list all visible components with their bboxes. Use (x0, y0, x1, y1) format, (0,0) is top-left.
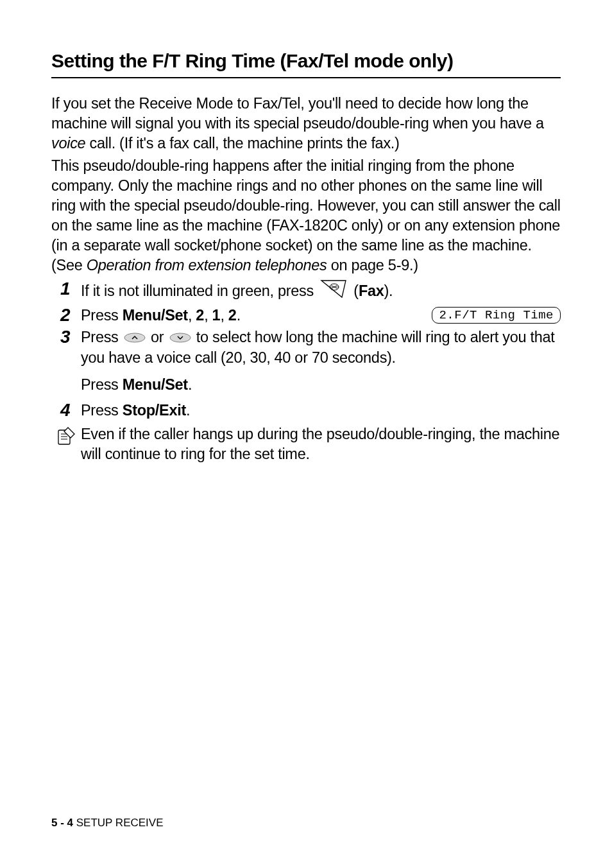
step2-menuset: Menu/Set (123, 307, 188, 324)
note-text: Even if the caller hangs up during the p… (81, 424, 561, 464)
footer-page-number: 5 - 4 (51, 817, 73, 829)
step2-n3: 2 (228, 307, 237, 324)
step-4-body: Press Stop/Exit. (81, 401, 561, 421)
intro-paragraph-1: If you set the Receive Mode to Fax/Tel, … (51, 94, 561, 153)
page-footer: 5 - 4 SETUP RECEIVE (51, 817, 163, 829)
step4-end: . (186, 402, 190, 419)
intro1-text-a: If you set the Receive Mode to Fax/Tel, … (51, 95, 544, 132)
intro1-italic: voice (51, 135, 85, 152)
page-heading: Setting the F/T Ring Time (Fax/Tel mode … (51, 50, 561, 78)
intro2-text-b: on page 5-9.) (327, 257, 418, 273)
step3-or: or (151, 329, 168, 345)
step1-fax-label: Fax (359, 282, 384, 299)
step2-n1: 2 (196, 307, 204, 324)
step1-text-a: If it is not illuminated in green, press (81, 282, 318, 299)
step2-press: Press (81, 307, 123, 324)
intro2-italic: Operation from extension telephones (87, 257, 327, 273)
step-number-3: 3 (51, 327, 81, 395)
down-arrow-icon (169, 328, 191, 349)
step2-end: . (237, 307, 241, 324)
steps-list: 1 If it is not illuminated in green, pre… (51, 279, 561, 421)
step-1-body: If it is not illuminated in green, press… (81, 279, 561, 304)
step-3-body: Press or to select how long the machine … (81, 327, 561, 395)
step4-press: Press (81, 402, 123, 419)
footer-section: SETUP RECEIVE (73, 817, 163, 829)
step2-sep1: , (188, 307, 196, 324)
step-number-2: 2 (51, 306, 81, 326)
step2-sep2: , (204, 307, 212, 324)
step3-menuset: Menu/Set (123, 376, 188, 393)
up-arrow-icon (124, 328, 146, 349)
step-number-4: 4 (51, 401, 81, 421)
step-1: 1 If it is not illuminated in green, pre… (51, 279, 561, 304)
note-icon (51, 424, 81, 448)
step3-sub: Press Menu/Set. (81, 375, 561, 395)
note-row: Even if the caller hangs up during the p… (51, 424, 561, 464)
step-number-1: 1 (51, 279, 81, 304)
lcd-display: 2.F/T Ring Time (432, 307, 561, 324)
step4-stop: Stop/Exit (123, 402, 186, 419)
fax-icon (320, 279, 347, 304)
step3-end: . (188, 376, 192, 393)
intro-paragraph-2: This pseudo/double-ring happens after th… (51, 156, 561, 275)
step2-sep3: , (220, 307, 228, 324)
step1-paren-open: ( (353, 282, 359, 299)
step1-paren-close: ). (384, 282, 393, 299)
step3-press: Press (81, 329, 123, 345)
intro1-text-b: call. (If it's a fax call, the machine p… (85, 135, 399, 152)
svg-point-5 (170, 333, 191, 342)
step-4: 4 Press Stop/Exit. (51, 401, 561, 421)
svg-point-4 (124, 333, 145, 342)
step3-press2: Press (81, 376, 123, 393)
step2-n2: 1 (212, 307, 221, 324)
intro2-text-a: This pseudo/double-ring happens after th… (51, 157, 561, 273)
step-3: 3 Press or to select how long the machin… (51, 327, 561, 395)
